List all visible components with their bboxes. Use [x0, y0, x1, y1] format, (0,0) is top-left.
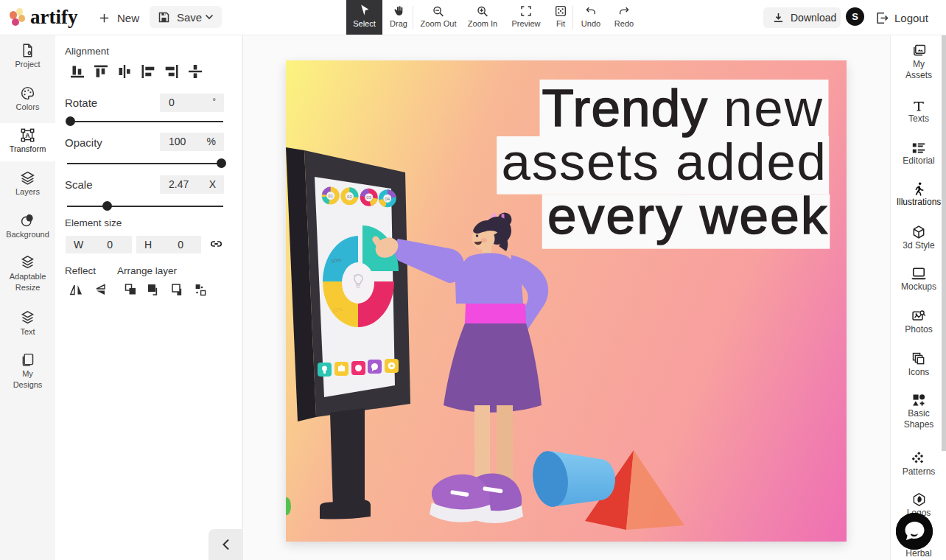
svg-text:03: 03: [366, 195, 371, 200]
svg-text:every week: every week: [547, 186, 829, 245]
svg-text:01: 01: [328, 194, 333, 198]
svg-text:assets added: assets added: [502, 133, 827, 191]
svg-text:Trendy: Trendy: [542, 79, 709, 137]
svg-text:02: 02: [347, 195, 352, 199]
svg-text:04: 04: [385, 197, 390, 201]
svg-text:new: new: [723, 79, 824, 137]
svg-text:A: A: [25, 132, 30, 139]
